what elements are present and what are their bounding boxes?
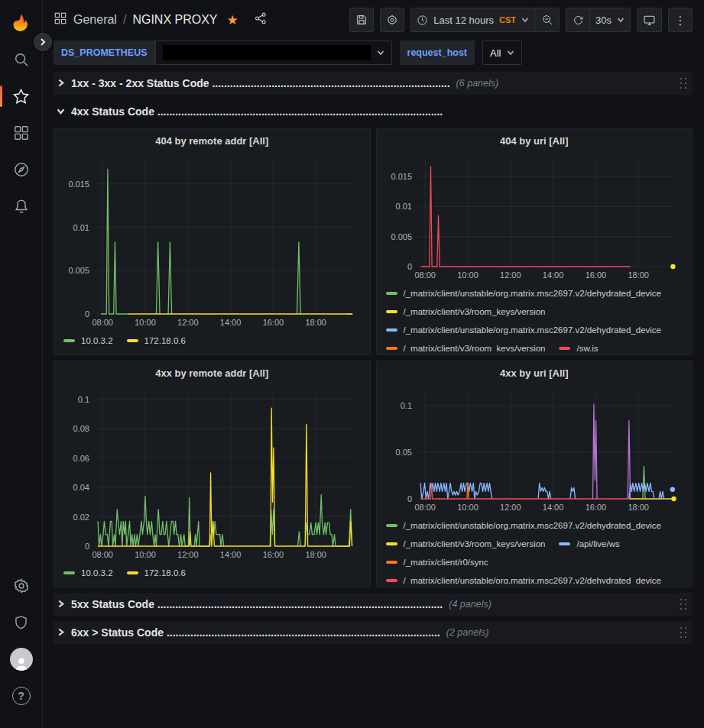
row-1xx-3xx-2xx[interactable]: 1xx - 3xx - 2xx Status Code ............… [54, 72, 693, 95]
row-4xx[interactable]: 4xx Status Code ........................… [54, 100, 693, 123]
sidebar-expand-button[interactable] [34, 33, 52, 51]
refresh-controls: 30s [566, 8, 631, 32]
dashboard-settings-button[interactable] [380, 8, 404, 32]
panel-title[interactable]: 404 by uri [All] [383, 129, 686, 152]
panel-title[interactable]: 4xx by remote addr [All] [60, 361, 364, 384]
sidebar-item-profile[interactable] [6, 644, 37, 675]
panel-title[interactable]: 4xx by uri [All] [383, 361, 686, 384]
sidebar-item-server-admin[interactable] [6, 607, 37, 638]
sidebar-item-dashboards[interactable] [6, 118, 37, 148]
row-drag-handle[interactable] [679, 598, 688, 610]
gear-icon [13, 578, 30, 594]
breadcrumb-folder[interactable]: General [73, 13, 117, 27]
chevron-right-icon [39, 38, 47, 46]
svg-text:16:00: 16:00 [585, 503, 606, 512]
variable-request-host-value: All [490, 47, 501, 59]
svg-text:10:00: 10:00 [135, 318, 156, 327]
refresh-button[interactable] [566, 8, 590, 32]
row-title: 1xx - 3xx - 2xx Status Code ............… [71, 77, 450, 89]
legend-item[interactable]: 10.0.3.2 [63, 334, 113, 347]
refresh-interval-picker[interactable]: 30s [590, 8, 631, 32]
row-panel-count: (4 panels) [449, 599, 492, 610]
panel-4xx-by-uri: 4xx by uri [All] 00.050.108:0010:0012:00… [376, 361, 693, 587]
svg-text:14:00: 14:00 [220, 550, 242, 559]
time-controls: Last 12 hours CST [410, 8, 560, 32]
sidebar-item-alerting[interactable] [6, 191, 37, 222]
breadcrumb-dashboard-title[interactable]: NGINX PROXY [132, 13, 217, 27]
zoom-out-icon [541, 14, 553, 26]
share-icon[interactable] [254, 11, 268, 28]
panel-4xx-by-remote-addr: 4xx by remote addr [All] 00.020.040.060.… [54, 361, 371, 587]
legend-item[interactable]: /_matrix/client/v3/room_keys/version [386, 537, 546, 550]
legend-series-label: /_matrix/client/r0/sync [404, 558, 488, 567]
chevron-down-icon [507, 47, 514, 59]
legend-item[interactable]: 172.18.0.6 [127, 566, 186, 579]
legend-item[interactable]: /_matrix/client/v3/room_keys/version [386, 341, 546, 351]
legend-item[interactable]: 172.18.0.6 [127, 334, 186, 347]
legend-series-marker [63, 571, 75, 574]
grafana-logo-icon [11, 13, 31, 34]
panel-title[interactable]: 404 by remote addr [All] [60, 129, 364, 152]
chart-plot-area[interactable]: 00.0050.010.01508:0010:0012:0014:0016:00… [60, 152, 364, 329]
legend-item[interactable]: 10.0.3.2 [63, 566, 113, 579]
row-5xx[interactable]: 5xx Status Code ........................… [54, 593, 693, 616]
chart-plot-area[interactable]: 00.020.040.060.080.108:0010:0012:0014:00… [60, 384, 364, 561]
svg-text:0.08: 0.08 [73, 424, 89, 433]
legend-item[interactable]: /_matrix/client/v3/room_keys/version [386, 305, 546, 318]
legend-item[interactable]: /api/live/ws [559, 537, 619, 550]
svg-text:16:00: 16:00 [585, 270, 606, 280]
svg-text:0.01: 0.01 [73, 223, 89, 232]
panel-404-by-remote-addr: 404 by remote addr [All] 00.0050.010.015… [54, 128, 371, 355]
refresh-icon [573, 15, 584, 26]
sidebar-item-help[interactable]: ? [6, 681, 37, 711]
sidebar-item-starred[interactable] [6, 81, 37, 112]
more-options-button[interactable]: ⋮ [668, 8, 693, 32]
variable-datasource-select[interactable] [155, 40, 392, 65]
variable-request-host-label[interactable]: request_host [400, 40, 475, 65]
legend-series-label: /_matrix/client/unstable/org.matrix.msc2… [404, 325, 662, 335]
chart-plot-area[interactable]: 00.050.108:0010:0012:0014:0016:0018:00 [383, 384, 686, 514]
svg-text:0.01: 0.01 [395, 202, 411, 211]
sidebar-item-explore[interactable] [6, 154, 37, 185]
svg-text:12:00: 12:00 [177, 550, 199, 559]
svg-text:0.1: 0.1 [400, 401, 411, 410]
legend-item[interactable]: /_matrix/client/r0/sync [386, 555, 488, 568]
legend-item[interactable]: /_matrix/client/unstable/org.matrix.msc2… [386, 574, 662, 584]
breadcrumb-separator: / [123, 13, 126, 27]
legend-item[interactable]: /_matrix/client/unstable/org.matrix.msc2… [386, 519, 662, 532]
row-6xx[interactable]: 6xx > Status Code ......................… [54, 621, 693, 644]
svg-text:0: 0 [85, 542, 89, 551]
favorite-star-icon[interactable]: ★ [227, 12, 238, 28]
legend-series-marker [386, 524, 397, 527]
legend-series-marker [386, 542, 397, 545]
tv-mode-button[interactable] [637, 8, 662, 32]
variable-datasource-label[interactable]: DS_PROMETHEUS [54, 40, 155, 65]
save-dashboard-button[interactable] [349, 8, 374, 32]
grafana-logo[interactable] [6, 8, 37, 38]
zoom-out-button[interactable] [535, 8, 560, 32]
variable-request-host-select[interactable]: All [482, 40, 522, 65]
legend-item[interactable]: /sw.js [559, 341, 598, 351]
monitor-icon [643, 14, 656, 27]
row-drag-handle[interactable] [679, 626, 688, 639]
svg-text:0.04: 0.04 [73, 483, 89, 492]
apps-icon [13, 125, 30, 141]
legend-series-marker [559, 542, 570, 545]
svg-text:10:00: 10:00 [135, 550, 156, 559]
svg-text:10:00: 10:00 [457, 270, 479, 280]
svg-text:08:00: 08:00 [414, 503, 436, 512]
sidebar-item-configuration[interactable] [6, 571, 37, 601]
chart-plot-area[interactable]: 00.0050.010.01508:0010:0012:0014:0016:00… [383, 152, 686, 282]
sidebar-item-search[interactable] [6, 44, 37, 75]
svg-text:12:00: 12:00 [500, 270, 521, 280]
chevron-down-icon [617, 15, 625, 26]
chart-legend: /_matrix/client/unstable/org.matrix.msc2… [383, 514, 686, 584]
time-range-picker[interactable]: Last 12 hours CST [410, 8, 535, 32]
row-drag-handle[interactable] [679, 77, 688, 89]
legend-series-label: /_matrix/client/unstable/org.matrix.msc2… [404, 289, 662, 298]
panel-grid: 404 by remote addr [All] 00.0050.010.015… [54, 128, 693, 587]
legend-item[interactable]: /_matrix/client/unstable/org.matrix.msc2… [386, 323, 662, 336]
chevron-right-icon [57, 76, 65, 90]
legend-item[interactable]: /_matrix/client/unstable/org.matrix.msc2… [386, 286, 662, 299]
legend-series-marker [63, 339, 75, 342]
